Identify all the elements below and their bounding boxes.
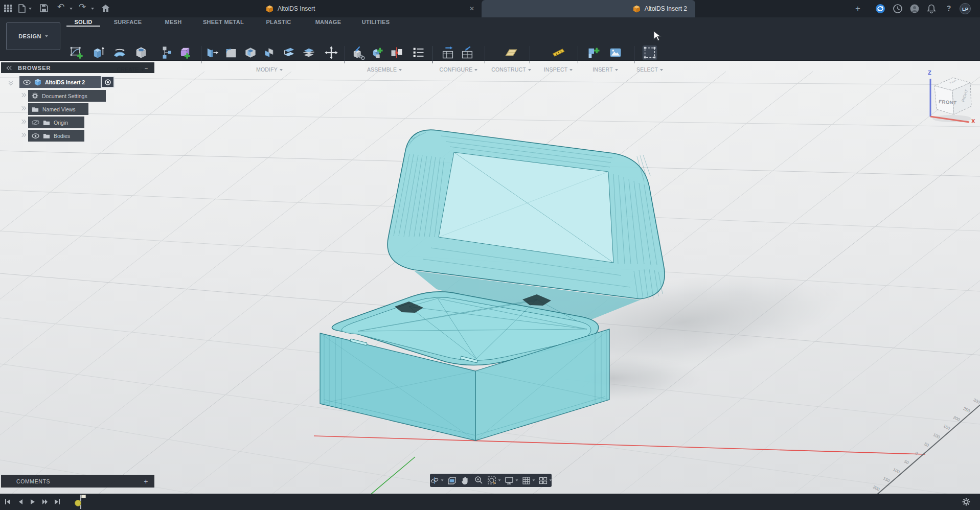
minimize-panel-icon[interactable]: – — [145, 65, 148, 71]
model-base[interactable] — [320, 292, 609, 441]
comments-bar[interactable]: COMMENTS + — [1, 475, 154, 488]
orbit-caret[interactable] — [441, 479, 443, 481]
derive-icon[interactable] — [350, 45, 366, 60]
display-caret[interactable] — [515, 479, 518, 481]
ribbon-tab-mesh[interactable]: MESH — [153, 17, 193, 27]
zoom-icon[interactable] — [474, 476, 483, 485]
combine-icon[interactable] — [262, 45, 278, 60]
browser-row-origin[interactable]: Origin — [28, 117, 84, 128]
collapse-panel-icon[interactable] — [7, 66, 13, 69]
expand-row-icon[interactable] — [20, 120, 26, 123]
extrude-icon[interactable] — [90, 45, 106, 60]
document-tab-1[interactable]: AltoiDS Insert ✕ — [219, 0, 481, 17]
look-at-icon[interactable] — [447, 476, 457, 484]
orbit-icon[interactable] — [430, 476, 439, 485]
group-label-assemble[interactable]: ASSEMBLE — [351, 66, 418, 73]
browser-row-document-settings[interactable]: Document Settings — [28, 90, 106, 102]
fast-forward-icon[interactable] — [41, 498, 49, 505]
grid-snap-icon[interactable] — [522, 476, 531, 485]
save-icon[interactable] — [40, 4, 48, 14]
visibility-eye-icon[interactable] — [23, 80, 31, 85]
ribbon-tab-manage[interactable]: MANAGE — [306, 17, 350, 27]
visibility-eye-icon[interactable] — [32, 133, 39, 138]
group-label-select[interactable]: SELECT — [617, 66, 683, 73]
timeline-marker-flag[interactable] — [81, 495, 86, 498]
new-tab-button[interactable]: + — [852, 3, 864, 15]
redo-icon[interactable]: ↷ — [79, 3, 86, 12]
viewports-caret[interactable] — [549, 479, 552, 481]
construction-plane-icon[interactable] — [504, 45, 519, 60]
add-comment-button[interactable]: + — [144, 477, 148, 485]
fillet-icon[interactable] — [223, 45, 239, 60]
folder-icon — [43, 133, 50, 138]
expand-row-icon[interactable] — [20, 107, 26, 110]
play-icon[interactable] — [29, 498, 36, 505]
fusion360-window: 300250 200150 10050 050 100150 200250 30… — [0, 0, 980, 510]
ribbon-tab-utilities[interactable]: UTILITIES — [353, 17, 399, 27]
viewport-canvas[interactable]: 300250 200150 10050 050 100150 200250 30… — [0, 60, 980, 494]
bom-list-icon[interactable] — [411, 45, 426, 60]
browser-panel-header[interactable]: BROWSER – — [1, 62, 154, 73]
workspace-selector[interactable]: DESIGN — [6, 22, 60, 50]
ribbon-tab-solid[interactable]: SOLID — [65, 17, 101, 27]
redo-caret[interactable] — [91, 8, 94, 10]
sync-status-icon[interactable] — [875, 4, 885, 14]
clock-icon[interactable] — [893, 4, 903, 14]
ribbon-tab-plastic[interactable]: PLASTIC — [254, 17, 304, 27]
pan-icon[interactable] — [461, 476, 469, 485]
shell-icon[interactable] — [243, 45, 258, 60]
app-grid-icon[interactable] — [4, 5, 12, 14]
visibility-off-icon[interactable] — [32, 120, 39, 125]
configure-insert-icon[interactable] — [460, 45, 475, 60]
step-back-icon[interactable] — [17, 498, 24, 505]
skip-start-icon[interactable] — [4, 498, 11, 505]
timeline-settings-gear-icon[interactable] — [962, 498, 970, 508]
display-settings-icon[interactable] — [505, 476, 514, 484]
revolve-icon[interactable] — [112, 45, 127, 60]
measure-icon[interactable] — [551, 45, 566, 60]
document-tab-2-active[interactable]: AltoiDS Insert 2 — [482, 0, 695, 17]
new-component-icon[interactable] — [370, 45, 385, 60]
browser-row-bodies[interactable]: Bodies — [28, 130, 84, 142]
profile-avatar[interactable]: LP — [960, 3, 971, 14]
undo-icon[interactable]: ↶ — [57, 3, 64, 12]
close-tab-1-icon[interactable]: ✕ — [464, 0, 480, 17]
view-cube[interactable]: FRONT RIGHT TOP Z X — [923, 66, 978, 126]
press-pull-icon[interactable] — [204, 45, 219, 60]
undo-caret[interactable] — [70, 8, 73, 10]
viewports-icon[interactable] — [539, 477, 548, 484]
file-menu-caret[interactable] — [29, 8, 32, 10]
decal-icon[interactable] — [608, 45, 623, 60]
bell-icon[interactable] — [926, 4, 937, 14]
pattern-icon[interactable] — [157, 45, 172, 60]
group-label-modify[interactable]: MODIFY — [236, 66, 303, 73]
ribbon-tab-sheet-metal[interactable]: SHEET METAL — [196, 17, 251, 27]
hole-icon[interactable] — [133, 45, 149, 60]
help-icon[interactable]: ? — [943, 4, 954, 14]
select-tool-icon[interactable] — [642, 45, 657, 60]
home-icon[interactable] — [101, 4, 110, 14]
presence-icon[interactable] — [909, 4, 920, 14]
configure-table-icon[interactable] — [440, 45, 455, 60]
timeline-marker-ball[interactable] — [75, 500, 81, 506]
expand-row-icon[interactable] — [20, 133, 26, 136]
offset-face-icon[interactable] — [282, 45, 297, 60]
skip-end-icon[interactable] — [54, 498, 61, 505]
move-copy-icon[interactable] — [324, 45, 339, 60]
browser-row-named-views[interactable]: Named Views — [28, 103, 88, 115]
browser-panel-title: BROWSER — [18, 65, 51, 71]
split-body-icon[interactable] — [301, 45, 316, 60]
joint-icon[interactable] — [389, 45, 404, 60]
ribbon-tab-surface[interactable]: SURFACE — [105, 17, 151, 27]
expand-root-icon[interactable] — [9, 80, 12, 85]
activate-component-radio[interactable] — [101, 76, 115, 88]
axis-z-label: Z — [928, 69, 931, 76]
file-icon[interactable] — [18, 4, 26, 15]
create-form-icon[interactable] — [177, 45, 193, 60]
expand-row-icon[interactable] — [20, 94, 26, 97]
grid-caret[interactable] — [532, 479, 535, 481]
insert-mesh-icon[interactable] — [586, 45, 602, 60]
fit-icon[interactable] — [487, 476, 496, 485]
fit-caret[interactable] — [498, 479, 500, 481]
create-sketch-icon[interactable] — [69, 45, 84, 60]
